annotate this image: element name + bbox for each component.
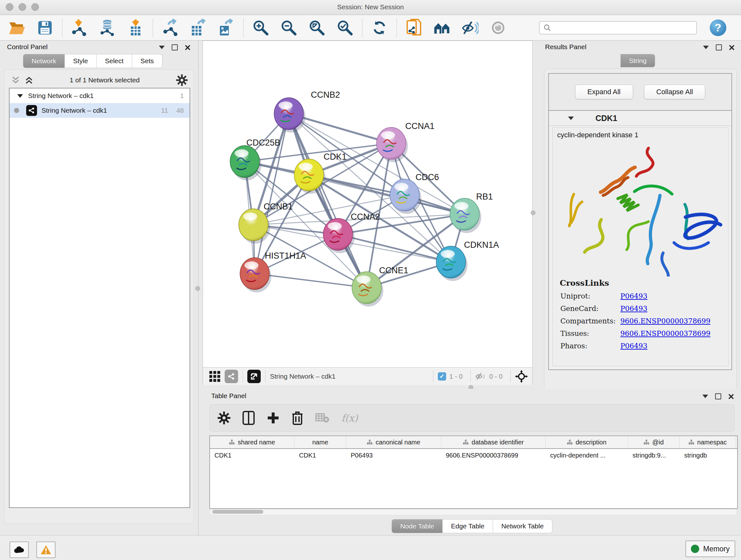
import-table-icon[interactable]	[127, 19, 144, 37]
table-options-gear-icon[interactable]	[218, 412, 230, 424]
column-header-shared-name[interactable]: shared name	[210, 436, 294, 448]
network-node-CCNE1[interactable]: CCNE1	[352, 266, 408, 307]
right-splitter-handle[interactable]	[531, 210, 536, 215]
table-cell[interactable]: P06493	[346, 452, 441, 459]
cloud-status-button[interactable]	[10, 542, 29, 558]
control-panel-close-icon[interactable]	[185, 45, 191, 51]
tab-network-table[interactable]: Network Table	[493, 519, 552, 533]
network-node-CCNB1[interactable]: CCNB1	[239, 202, 293, 244]
network-node-HIST1H1A[interactable]: HIST1H1A	[240, 251, 306, 293]
hidden-count-icon[interactable]	[475, 372, 486, 381]
tree-expand-icon[interactable]	[17, 94, 23, 98]
tab-style[interactable]: Style	[65, 54, 97, 68]
results-panel-float-icon[interactable]	[703, 46, 709, 49]
network-options-gear-icon[interactable]	[176, 74, 188, 86]
table-row[interactable]: CDK1CDK1P064939606.ENSP00000378699cyclin…	[210, 449, 737, 462]
network-view-panel: CCNB2CCNA1CDC25BCDK1CDC6RB1CCNB1CCNA2CDK…	[203, 41, 533, 385]
export-table-icon[interactable]	[190, 19, 207, 37]
protein-collapse-icon[interactable]	[568, 117, 574, 120]
table-hscrollbar-thumb[interactable]	[212, 510, 263, 514]
column-header-name[interactable]: name	[294, 436, 346, 448]
crosslink-link[interactable]: 9606.ENSP00000378699	[620, 329, 711, 337]
crosslink-link[interactable]: P06493	[620, 292, 648, 300]
open-session-icon[interactable]	[8, 19, 25, 37]
table-cell[interactable]: CDK1	[210, 452, 294, 459]
node-label: CCNB2	[311, 90, 340, 100]
results-panel-close-icon[interactable]	[729, 45, 735, 51]
network-node-CDK1[interactable]: CDK1	[294, 152, 347, 194]
table-hscrollbar[interactable]	[209, 509, 737, 515]
zoom-in-icon[interactable]	[252, 19, 269, 37]
search-input[interactable]	[539, 21, 697, 35]
add-column-icon[interactable]	[267, 412, 280, 424]
expand-all-button[interactable]: Expand All	[575, 84, 633, 99]
tab-select[interactable]: Select	[97, 54, 132, 68]
expand-all-icon[interactable]	[25, 76, 33, 84]
hide-selected-icon[interactable]	[461, 19, 479, 37]
network-collection-row[interactable]: String Network – cdk1 1	[10, 88, 190, 103]
table-cell[interactable]: 9606.ENSP00000378699	[441, 452, 546, 459]
warning-status-button[interactable]	[37, 542, 56, 558]
column-header-description[interactable]: description	[546, 436, 628, 448]
control-panel-maximize-icon[interactable]	[172, 44, 178, 51]
table-cell[interactable]: CDK1	[294, 452, 346, 459]
network-node-RB1[interactable]: RB1	[450, 192, 493, 233]
export-image-icon[interactable]	[218, 19, 235, 37]
network-canvas[interactable]: CCNB2CCNA1CDC25BCDK1CDC6RB1CCNB1CCNA2CDK…	[203, 41, 532, 367]
home-icon[interactable]	[433, 19, 451, 37]
column-header-@id[interactable]: @id	[628, 436, 680, 448]
crosslink-link[interactable]: 9606.ENSP00000378699	[620, 317, 711, 325]
zoom-out-icon[interactable]	[280, 19, 297, 37]
crosslink-link[interactable]: P06493	[620, 305, 648, 313]
selected-count-icon[interactable]: ✓	[438, 372, 446, 381]
tab-string[interactable]: String	[620, 54, 655, 67]
tab-edge-table[interactable]: Edge Table	[443, 519, 493, 533]
import-network-database-icon[interactable]	[99, 19, 116, 37]
table-panel-maximize-icon[interactable]	[715, 393, 721, 399]
network-node-CDKN1A[interactable]: CDKN1A	[436, 240, 499, 281]
first-neighbors-icon[interactable]	[405, 19, 422, 37]
refresh-icon[interactable]	[371, 19, 388, 37]
zoom-selected-icon[interactable]	[336, 19, 354, 37]
save-session-icon[interactable]	[37, 19, 54, 37]
table-cell[interactable]: cyclin-dependent ...	[546, 452, 628, 459]
string-view-icon[interactable]	[225, 370, 238, 383]
show-all-icon[interactable]	[489, 19, 507, 37]
network-row[interactable]: String Network – cdk1 11 48	[10, 103, 190, 118]
search-icon	[543, 24, 551, 32]
column-header-database-identifier[interactable]: database identifier	[441, 436, 546, 448]
tab-node-table[interactable]: Node Table	[392, 519, 443, 533]
node-table[interactable]: shared namenamecanonical namedatabase id…	[209, 435, 738, 509]
table-panel-close-icon[interactable]	[728, 394, 734, 399]
collapse-all-icon[interactable]	[11, 76, 20, 84]
table-cell[interactable]: stringdb:9...	[628, 452, 680, 459]
network-edge[interactable]	[255, 273, 367, 288]
import-network-file-icon[interactable]	[71, 19, 88, 37]
delete-column-icon[interactable]	[292, 411, 303, 425]
column-header-namespac[interactable]: namespac	[680, 436, 736, 448]
table-cell[interactable]: stringdb	[680, 452, 736, 459]
memory-button[interactable]: Memory	[685, 541, 735, 557]
column-header-canonical-name[interactable]: canonical name	[346, 436, 441, 448]
network-node-CDC6[interactable]: CDC6	[390, 172, 439, 214]
network-edge[interactable]	[309, 175, 465, 214]
left-splitter-handle[interactable]	[195, 286, 200, 291]
show-columns-icon[interactable]	[243, 411, 255, 425]
export-network-icon[interactable]	[161, 19, 179, 37]
network-edge[interactable]	[289, 114, 367, 288]
crosslink-label: Compartments:	[560, 317, 620, 325]
grid-view-icon[interactable]	[208, 370, 221, 383]
pan-mode-icon[interactable]	[515, 370, 528, 383]
collapse-all-button[interactable]: Collapse All	[644, 84, 705, 99]
tab-network[interactable]: Network	[23, 54, 65, 68]
tab-sets[interactable]: Sets	[132, 54, 162, 68]
control-panel-float-icon[interactable]	[159, 46, 165, 49]
crosslink-link[interactable]: P06493	[620, 342, 648, 350]
open-in-window-icon[interactable]	[247, 370, 261, 383]
help-button[interactable]: ?	[710, 19, 726, 36]
results-panel-maximize-icon[interactable]	[716, 44, 722, 51]
table-panel-float-icon[interactable]	[702, 395, 708, 398]
edge-count: 48	[177, 107, 184, 114]
zoom-fit-icon[interactable]	[308, 19, 326, 37]
network-node-CDC25B[interactable]: CDC25B	[230, 138, 280, 180]
